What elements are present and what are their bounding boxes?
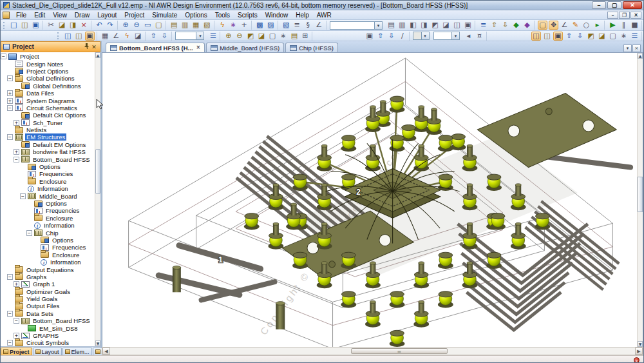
split-top-icon[interactable]: ◩ [430,21,440,30]
menu-file[interactable]: File [12,11,30,19]
scroll-down-icon[interactable]: ▼ [638,341,643,347]
close-button[interactable]: ✕ [623,1,642,9]
tree-item-project[interactable]: −Project [1,53,95,60]
expand-toggle[interactable]: − [7,340,13,346]
em-doc-a-icon[interactable]: ◫ [531,32,541,41]
window-tile-icon[interactable]: ▨ [266,21,276,30]
menu-awr[interactable]: AWR [313,11,336,19]
tree-item-design-notes[interactable]: Design Notes [1,60,95,67]
tune-icon[interactable]: ϟ [218,21,227,30]
pause-simulation-icon[interactable]: ‖ [619,21,629,30]
save-project-icon[interactable]: ▣ [31,21,41,30]
tree-item-enclosure[interactable]: Enclosure [1,178,95,185]
em-doc-c-icon[interactable]: ▣ [553,32,563,41]
measure-3d-icon[interactable]: ∠ [111,32,121,41]
tree-item-bottom-board-hfss[interactable]: −Bottom_Board HFSS [1,317,95,324]
tab-scroll-icon[interactable]: ▾ [623,44,632,52]
scroll-right-icon[interactable]: ▶ [635,348,643,355]
undo-icon[interactable]: ↶ [95,21,104,30]
mdi-restore-button[interactable]: ❐ [619,12,630,19]
scroll-down-icon[interactable]: ▼ [95,340,100,346]
panel-tab-layout[interactable]: Layout [33,348,62,355]
pan-tool-icon[interactable]: ✥ [549,21,558,30]
freeze-icon[interactable]: ▣ [463,21,473,30]
tile-horizontal-icon[interactable]: ▤ [386,21,396,30]
run-simulation-icon[interactable]: ▶ [608,21,618,30]
combo-dropdown-icon[interactable]: ▾ [374,22,382,29]
tree-item-default-ckt-options[interactable]: Default Ckt Options [1,112,95,119]
pair-b-icon[interactable]: ◪ [597,32,607,41]
tree-item-options[interactable]: Options [1,200,95,207]
menu-window[interactable]: Window [261,11,292,19]
tree-item-bottom-board-hfss[interactable]: −Bottom_Board HFSS [1,155,95,162]
toolbar-grip[interactable] [3,22,5,29]
info-tool-icon[interactable]: ○ [582,21,591,30]
open-project-icon[interactable]: ◫ [20,21,30,30]
em-3d-view[interactable]: Copyright © 2018 _windownload.com [102,52,643,347]
split-bottom-icon[interactable]: ◪ [441,21,451,30]
extent-box-icon[interactable]: ▢ [608,32,618,41]
panel-tab-project[interactable]: Project [1,348,32,355]
shift-down-icon[interactable]: ⇩ [575,32,585,41]
view-horizontal-scrollbar[interactable]: ◀ ▶ [102,347,643,355]
title-bar[interactable]: Stacked_Die_Clipped_slide12K_Full v12.em… [1,1,643,10]
nudge-up-icon[interactable]: ⇧ [375,32,385,41]
zoom-window-icon[interactable]: ▭ [143,21,153,30]
tree-item-data-files[interactable]: +Data Files [1,90,95,97]
view-vertical-scrollbar[interactable]: ▲ ▼ [637,53,643,347]
tuner-pin-icon[interactable]: + [240,21,249,30]
nudge-down-icon[interactable]: ⇩ [386,32,396,41]
move-up-icon[interactable]: ⇧ [149,32,158,41]
tree-item-circuit-symbols[interactable]: −Circuit Symbols [1,339,95,346]
redo-icon[interactable]: ↷ [106,21,115,30]
mdi-minimize-button[interactable]: – [607,12,618,19]
tree-item-frequencies[interactable]: Frequencies [1,170,95,177]
new-em-structure-icon[interactable]: ▦ [191,21,201,30]
expand-toggle[interactable]: − [7,274,13,280]
mesh-view-icon[interactable]: ▦ [100,32,110,41]
combo-dropdown-icon[interactable]: ▾ [421,32,429,39]
menu-project[interactable]: Project [120,11,148,19]
delete-icon[interactable]: × [79,21,89,30]
em-new-structure-icon[interactable]: ◫ [63,32,73,41]
tree-scrollbar[interactable]: ▲ ▼ [95,52,100,346]
toolbar-grip[interactable] [57,32,59,39]
tree-item-information[interactable]: Information [1,222,95,229]
layer-manager-icon[interactable]: ☰ [208,32,218,41]
expand-toggle[interactable]: + [14,149,19,155]
panel-header[interactable]: Project ✕ [1,41,100,52]
tree-item-netlists[interactable]: Netlists [1,126,95,133]
expand-toggle[interactable]: + [14,120,19,126]
em-settings-icon[interactable]: ∗ [278,32,288,41]
tree-item-middle-board[interactable]: −Middle_Board [1,192,95,199]
tree-scroll-thumb[interactable] [95,149,100,194]
copy-icon[interactable]: ◪ [57,21,67,30]
cut-icon[interactable]: ✂ [46,21,56,30]
minimize-button[interactable]: – [592,1,606,9]
snap-grid-icon[interactable]: ▣ [365,32,374,41]
menu-scripts[interactable]: Scripts [234,11,261,19]
remove-port-icon[interactable]: ⊖ [234,32,244,41]
expand-toggle[interactable]: − [7,105,13,111]
move-down-icon[interactable]: ⇩ [160,32,169,41]
tree-item-graphs[interactable]: −Graphs [1,273,95,280]
doc-tab-chip-hfss[interactable]: Chip (HFSS) [285,43,338,52]
expand-toggle[interactable]: − [20,193,26,199]
expand-toggle[interactable]: − [7,134,13,140]
new-project-icon[interactable]: □ [9,21,19,30]
tree-item-circuit-schematics[interactable]: −Circuit Schematics [1,104,95,112]
tree-item-system-diagrams[interactable]: +System Diagrams [1,97,95,104]
slash-tool-icon[interactable]: / [397,32,407,41]
expand-toggle[interactable]: + [7,98,13,104]
boundary-box-icon[interactable]: ▢ [267,32,277,41]
menu-layout[interactable]: Layout [93,11,120,19]
anchor-icon[interactable]: ⊞ [300,32,310,41]
tree-item-enclosure[interactable]: Enclosure [1,215,95,222]
layer-combo[interactable]: ▾ [175,32,205,40]
layer-stack-icon[interactable]: ≡ [478,21,488,30]
add-port-icon[interactable]: ⊕ [223,32,233,41]
probe-icon[interactable]: ϟ [122,32,132,41]
selection-combo[interactable]: ▾ [330,21,383,30]
em-3d-view-icon[interactable]: ▣ [85,32,95,41]
export-dxf-icon[interactable]: ◆ [522,21,532,30]
